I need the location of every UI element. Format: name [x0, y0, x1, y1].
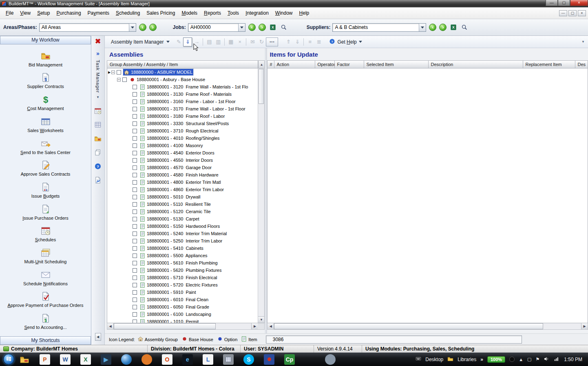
- task-manager-expand-icon[interactable]: ▾: [97, 95, 99, 99]
- sidebar-item-issue-purchase-orders[interactable]: Issue Purchase Orders: [0, 204, 91, 220]
- tree-checkbox[interactable]: [133, 261, 137, 265]
- areas-next-button[interactable]: ›: [149, 24, 157, 31]
- tree-item[interactable]: 188800001 - 5120 Ceramic Tile: [107, 208, 258, 215]
- language-flag-icon[interactable]: ⚑: [535, 357, 539, 362]
- skype-icon[interactable]: S: [243, 354, 254, 365]
- menu-help[interactable]: Help: [296, 9, 313, 18]
- tree-checkbox[interactable]: [133, 254, 137, 258]
- tree-item[interactable]: 188800001 - 4800 Exterior Trim Matl: [107, 179, 258, 186]
- tree-item[interactable]: 188800001 - 1010 Permit: [107, 318, 258, 323]
- menu-window[interactable]: Window: [272, 9, 296, 18]
- tree-checkbox[interactable]: [133, 85, 137, 89]
- suppliers-dropdown-button[interactable]: [419, 24, 426, 31]
- assemblies-column-header[interactable]: Group Assembly / Assembly / Item: [107, 60, 258, 68]
- tree-item[interactable]: 188800001 - 5240 Interior Trim Material: [107, 230, 258, 237]
- tree-scroll-thumb[interactable]: [259, 69, 264, 104]
- tree-item[interactable]: 188800001 - 5010 Drywall: [107, 193, 258, 201]
- sidebar-item-approve-payment-of-purchase-orders[interactable]: Approve Payment of Purchase Orders: [0, 291, 91, 308]
- tree-item[interactable]: 188800001 - 5910 Paint: [107, 289, 258, 296]
- jobs-export-excel-icon[interactable]: X: [269, 23, 277, 31]
- tree-item[interactable]: 188800001 - 3180 Frame Roof - Labor: [107, 112, 258, 120]
- grid-view-icon[interactable]: [94, 121, 102, 130]
- tree-checkbox[interactable]: [133, 239, 137, 243]
- buildermt-icon[interactable]: [264, 354, 274, 365]
- documents-folder-icon[interactable]: [94, 135, 102, 143]
- tree-checkbox[interactable]: [133, 92, 137, 97]
- jobs-search-icon[interactable]: [280, 23, 288, 31]
- menu-models[interactable]: Models: [178, 9, 201, 18]
- column-header-selected-item[interactable]: Selected Item: [364, 60, 429, 68]
- jobs-next-button[interactable]: ›: [259, 24, 266, 31]
- sidebar-item-schedule-notifications[interactable]: Schedule Notifications: [0, 270, 91, 286]
- items-horizontal-scrollbar[interactable]: ◀ ▶: [267, 323, 588, 330]
- column-header-action[interactable]: Action: [274, 60, 315, 68]
- areas-phases-dropdown-button[interactable]: [129, 24, 136, 31]
- firefox-icon[interactable]: [141, 354, 152, 365]
- tree-expander[interactable]: −: [111, 71, 115, 74]
- menu-reports[interactable]: Reports: [201, 9, 224, 18]
- areas-phases-combo[interactable]: All Areas: [39, 23, 136, 32]
- tree-checkbox[interactable]: [133, 165, 137, 170]
- toolbar-overflow-button[interactable]: ▼: [581, 40, 586, 44]
- menu-scheduling[interactable]: Scheduling: [113, 9, 143, 18]
- report-icon[interactable]: [94, 176, 102, 185]
- menu-view[interactable]: View: [17, 9, 34, 18]
- tree-checkbox[interactable]: [133, 202, 137, 207]
- menu-sales-pricing[interactable]: Sales Pricing: [143, 9, 178, 18]
- toolbar-overflow-chevron[interactable]: »: [480, 357, 483, 362]
- tree-item[interactable]: 188800001 - 4860 Exterior Trim Labor: [107, 186, 258, 193]
- my-workflow-header[interactable]: My Workflow: [0, 36, 91, 44]
- tree-checkbox[interactable]: [133, 121, 137, 126]
- tree-item[interactable]: 188800001 - 3160 Frame - Labor - 1st Flo…: [107, 98, 258, 105]
- tree-item[interactable]: 188800001 - 5110 Resilient Tile: [107, 201, 258, 208]
- sidebar-item-schedules[interactable]: Schedules: [0, 226, 91, 242]
- sidebar-item-approve-sales-contracts[interactable]: Approve Sales Contracts: [0, 160, 91, 176]
- media-player-icon[interactable]: ▶: [101, 354, 111, 365]
- tree-checkbox[interactable]: [133, 298, 137, 302]
- tree-scroll-right-button[interactable]: ▶: [251, 323, 258, 329]
- tree-item[interactable]: 188800001 - 6050 Final Grade: [107, 303, 258, 311]
- calculator-icon[interactable]: [223, 354, 234, 365]
- tree-checkbox[interactable]: [133, 268, 137, 273]
- start-button[interactable]: [3, 354, 14, 365]
- cp-icon[interactable]: Cp: [284, 354, 295, 365]
- network-icon[interactable]: [554, 356, 560, 363]
- tree-checkbox[interactable]: [133, 224, 137, 229]
- mdi-restore-button[interactable]: ▢: [568, 10, 577, 16]
- tree-checkbox[interactable]: [133, 180, 137, 185]
- items-hscroll-thumb[interactable]: [274, 323, 543, 329]
- explorer-folder-icon[interactable]: [19, 354, 30, 365]
- tree-item[interactable]: 188800001 - 5500 Appliances: [107, 252, 258, 259]
- menu-tools[interactable]: Tools: [224, 9, 242, 18]
- schedule-calendar-icon[interactable]: [94, 107, 102, 116]
- column-header-description[interactable]: Description: [429, 60, 523, 68]
- get-help-button[interactable]: ? Get Help: [329, 38, 362, 46]
- tree-checkbox[interactable]: [133, 107, 137, 111]
- tree-item[interactable]: 188800001 - 4580 Finish Hardware: [107, 171, 258, 179]
- tree-checkbox[interactable]: [133, 136, 137, 141]
- items-scroll-left-button[interactable]: ◀: [267, 323, 274, 329]
- tree-item[interactable]: 188800001 - 5410 Cabinets: [107, 245, 258, 252]
- column-header-replacement-item[interactable]: Replacement Item: [523, 60, 575, 68]
- action-center-icon[interactable]: ▢: [527, 357, 531, 362]
- tree-checkbox[interactable]: [117, 70, 121, 75]
- internet-globe-icon[interactable]: [121, 354, 132, 365]
- areas-prev-button[interactable]: ‹: [139, 24, 146, 31]
- tree-checkbox[interactable]: [133, 312, 137, 317]
- language-bar-icon[interactable]: [416, 356, 421, 363]
- tree-item[interactable]: 188800001 - 6100 Landscaping: [107, 311, 258, 318]
- tree-item-assembly-group[interactable]: ▶−188800000 - ASBURY MODEL: [107, 68, 258, 76]
- jobs-prev-button[interactable]: ‹: [248, 24, 256, 31]
- tree-hscroll-thumb[interactable]: [114, 323, 216, 329]
- suppliers-combo[interactable]: A & B Cabinets: [332, 23, 426, 32]
- excel-icon[interactable]: X: [80, 354, 91, 365]
- tree-item[interactable]: 188800001 - 3120 Frame Wall - Materials …: [107, 83, 258, 90]
- panel-menu-button[interactable]: Assembly Item Manager: [107, 38, 173, 46]
- tree-item[interactable]: 188800001 - 5710 Finish Electrical: [107, 274, 258, 281]
- mdi-close-button[interactable]: ×: [578, 10, 586, 16]
- collapse-strip-icon[interactable]: »: [96, 50, 99, 57]
- tree-checkbox[interactable]: [133, 217, 137, 221]
- menu-integration[interactable]: Integration: [242, 9, 272, 18]
- suppliers-next-button[interactable]: ›: [439, 24, 447, 31]
- tree-checkbox[interactable]: [122, 77, 127, 82]
